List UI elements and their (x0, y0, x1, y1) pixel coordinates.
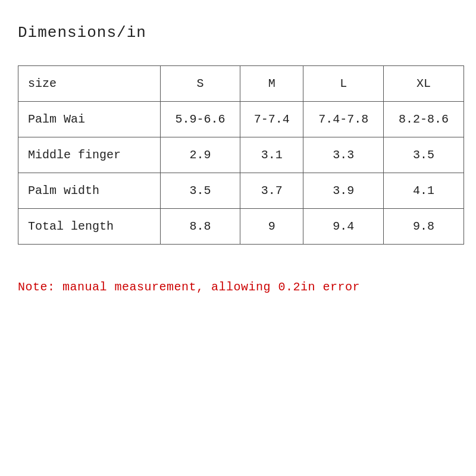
table-cell-1-1: 2.9 (160, 137, 240, 173)
table-cell-0-0: Palm Wai (18, 102, 161, 137)
table-cell-2-3: 3.9 (303, 173, 384, 209)
table-cell-3-4: 9.8 (384, 209, 464, 245)
size-table: size S M L XL Palm Wai5.9-6.67-7.47.4-7.… (18, 65, 464, 245)
table-row: Palm width3.53.73.94.1 (18, 173, 464, 209)
table-cell-0-1: 5.9-6.6 (160, 102, 240, 137)
table-cell-3-2: 9 (240, 209, 303, 245)
table-cell-2-0: Palm width (18, 173, 161, 209)
note-text: Note: manual measurement, allowing 0.2in… (18, 280, 360, 294)
table-cell-3-3: 9.4 (303, 209, 384, 245)
table-row: Middle finger2.93.13.33.5 (18, 137, 464, 173)
table-cell-1-0: Middle finger (18, 137, 161, 173)
table-cell-3-0: Total length (18, 209, 161, 245)
col-header-l: L (303, 66, 384, 102)
col-header-m: M (240, 66, 303, 102)
table-cell-2-2: 3.7 (240, 173, 303, 209)
table-cell-1-2: 3.1 (240, 137, 303, 173)
table-header-row: size S M L XL (18, 66, 464, 102)
table-cell-1-3: 3.3 (303, 137, 384, 173)
table-cell-2-1: 3.5 (160, 173, 240, 209)
col-header-size: size (18, 66, 161, 102)
page-title: Dimensions/in (18, 24, 146, 42)
table-cell-0-3: 7.4-7.8 (303, 102, 384, 137)
table-cell-0-2: 7-7.4 (240, 102, 303, 137)
table-row: Palm Wai5.9-6.67-7.47.4-7.88.2-8.6 (18, 102, 464, 137)
col-header-s: S (160, 66, 240, 102)
table-row: Total length8.899.49.8 (18, 209, 464, 245)
table-cell-3-1: 8.8 (160, 209, 240, 245)
table-cell-2-4: 4.1 (384, 173, 464, 209)
table-cell-1-4: 3.5 (384, 137, 464, 173)
table-cell-0-4: 8.2-8.6 (384, 102, 464, 137)
col-header-xl: XL (384, 66, 464, 102)
